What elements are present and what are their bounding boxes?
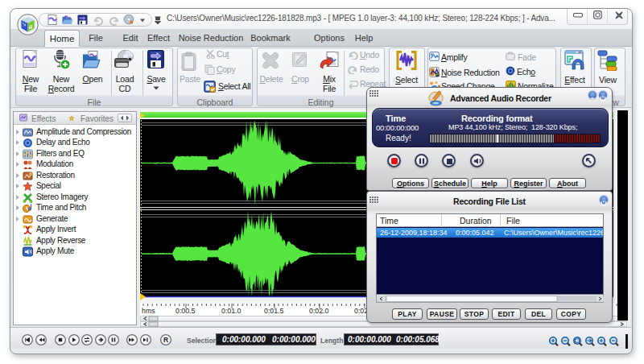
svg-text:0:01.5: 0:01.5 (264, 307, 284, 315)
svg-text:hms: hms (142, 307, 155, 315)
svg-text:R: R (163, 336, 168, 344)
svg-text:0:00.5: 0:00.5 (175, 307, 196, 315)
svg-text:0:02.0: 0:02.0 (309, 307, 329, 315)
svg-text:0:01.0: 0:01.0 (221, 307, 242, 315)
